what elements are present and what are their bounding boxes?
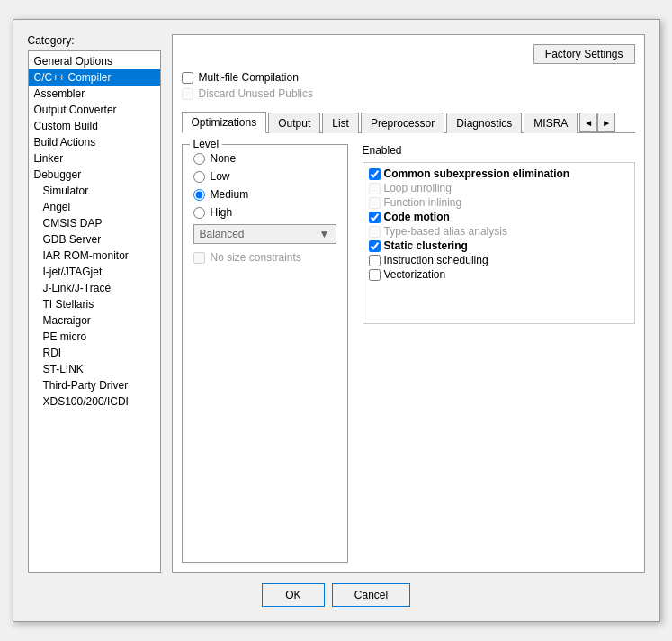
multifile-checkbox[interactable] [182,72,193,84]
sidebar: Category: General OptionsC/C++ CompilerA… [28,34,161,573]
sidebar-item-debugger[interactable]: Debugger [29,167,160,183]
enabled-item-7: Vectorization [367,267,631,282]
enabled-checkbox-5[interactable] [369,240,381,252]
no-size-row: No size constraints [193,251,336,264]
tab-next-button[interactable]: ► [597,113,615,132]
enabled-item-6: Instruction scheduling [367,253,631,267]
enabled-label-5: Static clustering [384,239,468,252]
sidebar-item-iar-rom-monitor[interactable]: IAR ROM-monitor [29,248,160,264]
level-radio-high[interactable] [193,207,205,219]
category-label: Category: [28,34,161,47]
enabled-item-3: Code motion [367,210,631,224]
sidebar-item-c-c---compiler[interactable]: C/C++ Compiler [29,69,160,86]
enabled-checkbox-4[interactable] [369,226,381,238]
level-radio-medium[interactable] [193,189,205,201]
main-dialog: Category: General OptionsC/C++ CompilerA… [13,19,660,622]
cancel-button[interactable]: Cancel [332,583,410,607]
sidebar-item-rdi[interactable]: RDI [29,345,160,361]
level-group: Level NoneLowMediumHigh Balanced ▼ No si… [182,144,348,563]
level-legend: Level [190,138,223,150]
level-label-low: Low [211,170,230,183]
factory-settings-button[interactable]: Factory Settings [533,44,635,64]
tab-prev-button[interactable]: ◄ [579,113,597,132]
enabled-title: Enabled [363,144,635,157]
enabled-item-1: Loop unrolling [367,181,631,195]
balanced-select[interactable]: Balanced ▼ [193,224,336,244]
level-option-none: None [193,152,336,165]
tab-optimizations[interactable]: Optimizations [182,112,267,133]
enabled-checkbox-7[interactable] [369,269,381,281]
enabled-item-2: Function inlining [367,195,631,210]
enabled-item-5: Static clustering [367,239,631,253]
tab-diagnostics[interactable]: Diagnostics [446,113,522,133]
sidebar-item-j-link-j-trace[interactable]: J-Link/J-Trace [29,280,160,296]
enabled-label-4: Type-based alias analysis [384,225,507,238]
chevron-down-icon: ▼ [319,228,330,240]
enabled-list: Common subexpression eliminationLoop unr… [363,162,635,324]
level-option-low: Low [193,170,336,183]
sidebar-item-angel[interactable]: Angel [29,199,160,215]
discard-row: Discard Unused Publics [182,87,635,100]
sidebar-item-general-options[interactable]: General Options [29,53,160,69]
balanced-label: Balanced [200,228,245,240]
discard-checkbox[interactable] [182,88,193,100]
enabled-checkbox-0[interactable] [369,168,381,180]
sidebar-item-st-link[interactable]: ST-LINK [29,361,160,377]
multifile-label: Multi-file Compilation [199,71,299,84]
enabled-label-3: Code motion [384,211,450,223]
tab-misra[interactable]: MISRA [524,113,578,133]
level-option-high: High [193,206,336,219]
no-size-checkbox[interactable] [193,252,205,264]
tab-list[interactable]: List [322,113,359,133]
level-radio-none[interactable] [193,153,205,165]
level-label-medium: Medium [211,188,249,201]
sidebar-item-output-converter[interactable]: Output Converter [29,102,160,118]
enabled-item-0: Common subexpression elimination [367,167,631,181]
sidebar-item-ti-stellaris[interactable]: TI Stellaris [29,296,160,312]
tab-content: Level NoneLowMediumHigh Balanced ▼ No si… [182,133,635,563]
sidebar-item-macraigor[interactable]: Macraigor [29,312,160,329]
enabled-item-4: Type-based alias analysis [367,224,631,239]
level-option-medium: Medium [193,188,336,201]
tab-preprocessor[interactable]: Preprocessor [361,113,444,133]
discard-label: Discard Unused Publics [199,87,313,100]
sidebar-list: General OptionsC/C++ CompilerAssemblerOu… [28,50,161,573]
enabled-label-7: Vectorization [384,268,446,281]
multifile-row: Multi-file Compilation [182,71,635,84]
sidebar-item-third-party-driver[interactable]: Third-Party Driver [29,377,160,393]
enabled-panel: Enabled Common subexpression elimination… [363,144,635,563]
sidebar-item-linker[interactable]: Linker [29,150,160,167]
main-panel: Factory Settings Multi-file Compilation … [172,34,645,573]
sidebar-item-cmsis-dap[interactable]: CMSIS DAP [29,215,160,231]
sidebar-item-assembler[interactable]: Assembler [29,86,160,102]
tabs-bar: OptimizationsOutputListPreprocessorDiagn… [182,111,635,133]
enabled-checkbox-3[interactable] [369,212,381,223]
enabled-label-0: Common subexpression elimination [384,167,570,180]
sidebar-item-custom-build[interactable]: Custom Build [29,118,160,134]
enabled-label-1: Loop unrolling [384,182,452,194]
enabled-checkbox-6[interactable] [369,255,381,266]
enabled-checkbox-1[interactable] [369,183,381,194]
sidebar-item-simulator[interactable]: Simulator [29,183,160,199]
level-radio-low[interactable] [193,171,205,183]
sidebar-item-build-actions[interactable]: Build Actions [29,134,160,150]
level-label-high: High [211,206,233,219]
sidebar-item-gdb-server[interactable]: GDB Server [29,231,160,248]
sidebar-item-i-jet-jtagjet[interactable]: I-jet/JTAGjet [29,264,160,280]
level-label-none: None [211,152,237,165]
no-size-label: No size constraints [211,251,301,264]
ok-button[interactable]: OK [262,583,325,607]
tab-output[interactable]: Output [268,113,320,133]
dialog-bottom: OK Cancel [28,573,645,607]
enabled-label-2: Function inlining [384,196,462,209]
sidebar-item-pe-micro[interactable]: PE micro [29,329,160,345]
sidebar-item-xds100-200-icdi[interactable]: XDS100/200/ICDI [29,393,160,410]
enabled-label-6: Instruction scheduling [384,254,488,266]
enabled-checkbox-2[interactable] [369,197,381,209]
